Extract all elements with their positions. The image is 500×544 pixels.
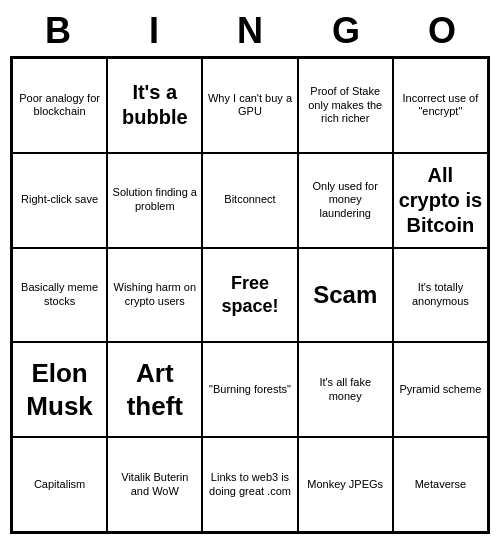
bingo-grid: Poor analogy for blockchainIt's a bubble… <box>10 56 490 534</box>
bingo-cell-24[interactable]: Metaverse <box>393 437 488 532</box>
bingo-cell-10[interactable]: Basically meme stocks <box>12 248 107 343</box>
bingo-cell-20[interactable]: Capitalism <box>12 437 107 532</box>
bingo-cell-11[interactable]: Wishing harm on crypto users <box>107 248 202 343</box>
bingo-cell-16[interactable]: Art theft <box>107 342 202 437</box>
header-o: O <box>398 10 486 52</box>
bingo-cell-15[interactable]: Elon Musk <box>12 342 107 437</box>
bingo-cell-6[interactable]: Solution finding a problem <box>107 153 202 248</box>
bingo-cell-23[interactable]: Monkey JPEGs <box>298 437 393 532</box>
bingo-cell-2[interactable]: Why I can't buy a GPU <box>202 58 297 153</box>
bingo-header: B I N G O <box>10 10 490 52</box>
bingo-cell-9[interactable]: All crypto is Bitcoin <box>393 153 488 248</box>
bingo-cell-5[interactable]: Right-click save <box>12 153 107 248</box>
bingo-cell-0[interactable]: Poor analogy for blockchain <box>12 58 107 153</box>
bingo-cell-22[interactable]: Links to web3 is doing great .com <box>202 437 297 532</box>
header-n: N <box>206 10 294 52</box>
bingo-cell-12[interactable]: Free space! <box>202 248 297 343</box>
header-i: I <box>110 10 198 52</box>
bingo-cell-8[interactable]: Only used for money laundering <box>298 153 393 248</box>
bingo-cell-19[interactable]: Pyramid scheme <box>393 342 488 437</box>
bingo-cell-4[interactable]: Incorrect use of "encrypt" <box>393 58 488 153</box>
bingo-cell-13[interactable]: Scam <box>298 248 393 343</box>
bingo-cell-18[interactable]: It's all fake money <box>298 342 393 437</box>
bingo-cell-1[interactable]: It's a bubble <box>107 58 202 153</box>
bingo-cell-14[interactable]: It's totally anonymous <box>393 248 488 343</box>
bingo-cell-3[interactable]: Proof of Stake only makes the rich riche… <box>298 58 393 153</box>
header-b: B <box>14 10 102 52</box>
header-g: G <box>302 10 390 52</box>
bingo-cell-21[interactable]: Vitalik Buterin and WoW <box>107 437 202 532</box>
bingo-cell-7[interactable]: Bitconnect <box>202 153 297 248</box>
bingo-cell-17[interactable]: "Burning forests" <box>202 342 297 437</box>
